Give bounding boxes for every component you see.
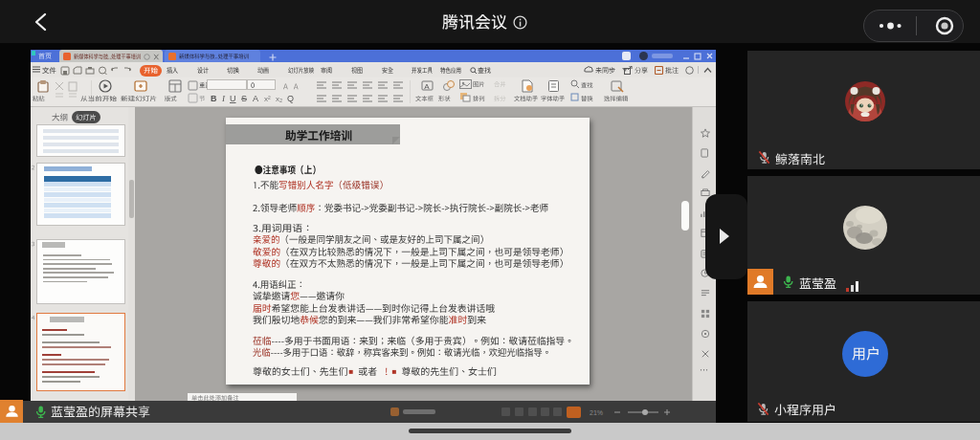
svg-text:I: I — [221, 94, 226, 103]
svg-text:21%: 21% — [590, 409, 603, 416]
svg-text:x²: x² — [264, 95, 271, 103]
svg-text:U: U — [230, 94, 236, 103]
svg-text:x₂: x₂ — [276, 95, 282, 103]
svg-text:B: B — [211, 94, 217, 103]
svg-text:Q: Q — [287, 94, 294, 103]
svg-text:S: S — [241, 94, 247, 103]
svg-text:A: A — [253, 94, 258, 103]
svg-text:A: A — [424, 82, 430, 91]
